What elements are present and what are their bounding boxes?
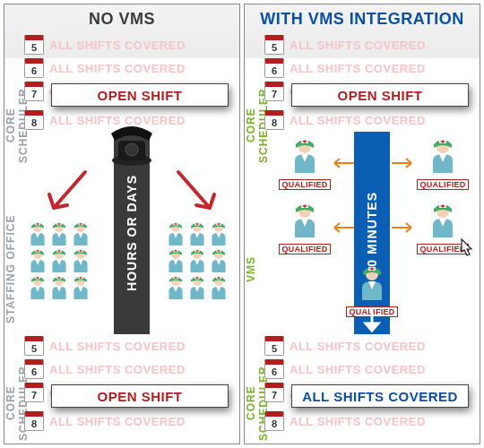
calendar-icon: 8 [264,110,284,130]
orange-arrow-icon [390,221,417,234]
qualified-label: QUALIFIED [279,179,330,190]
panel-title-left: NO VMS [4,4,239,33]
qualified-candidate: QUALIFIED [273,139,336,191]
all-shifts-covered-callout: ALL SHIFTS COVERED [291,384,469,408]
nurse-icon [428,203,457,237]
nurse-icon [428,139,457,173]
calendar-icon: 6 [24,58,44,78]
white-down-arrow-icon [363,311,381,332]
schedule-row: 8ALL SHIFTS COVERED [24,409,234,433]
open-shift-callout: OPEN SHIFT [51,384,229,408]
schedule-row: 6ALL SHIFTS COVERED [264,56,474,80]
calendar-icon: 8 [264,411,284,431]
calendar-icon: 6 [24,359,44,379]
calendar-icon: 5 [24,35,44,55]
red-arrow-icon [40,168,94,221]
nurse-icon [71,248,91,273]
schedule-row: 8ALL SHIFTS COVERED [264,108,474,132]
row-text: ALL SHIFTS COVERED [290,114,426,127]
phone-icon [108,125,156,168]
calendar-icon: 5 [264,336,284,356]
right-rows-bot: 5ALL SHIFTS COVERED 6ALL SHIFTS COVERED … [264,334,474,433]
qualified-candidate: QUALIFIED [411,139,474,191]
nurse-icon [49,221,69,246]
side-label-vms: VMS [245,202,257,336]
calendar-icon: 7 [264,82,284,101]
pillar-label: 10 MINUTES [365,192,379,274]
nurse-icon [71,221,91,246]
row-text: ALL SHIFTS COVERED [49,415,186,428]
nurse-icon [71,275,91,300]
calendar-icon: 7 [264,383,284,402]
cursor-icon [456,237,476,261]
nurse-icon [28,248,48,273]
nurse-icon [166,221,186,246]
nurse-icon [49,248,69,273]
qualified-label: QUALIFIED [417,179,468,190]
schedule-row: 5ALL SHIFTS COVERED [264,33,474,56]
schedule-row: 6ALL SHIFTS COVERED [264,358,474,381]
nurse-icon [28,275,48,300]
nurse-icon [187,248,207,273]
calendar-icon: 5 [24,336,44,356]
row-text: ALL SHIFTS COVERED [49,39,186,52]
row-text: ALL SHIFTS COVERED [290,415,426,428]
nurse-group-left [28,221,98,300]
diagram-stage: NO VMS CORE SCHEDULER STAFFING OFFICE CO… [0,0,484,448]
schedule-row: 5ALL SHIFTS COVERED [24,334,234,358]
row-text: ALL SHIFTS COVERED [290,62,426,75]
orange-arrow-icon [329,157,356,169]
red-arrow-icon [169,168,223,221]
row-text: ALL SHIFTS COVERED [49,363,186,376]
schedule-row: 6ALL SHIFTS COVERED [24,358,234,381]
row-text: ALL SHIFTS COVERED [49,62,186,75]
left-rows-bot: 5ALL SHIFTS COVERED 6ALL SHIFTS COVERED … [24,334,234,433]
nurse-icon [358,266,386,300]
right-rows-top: 5ALL SHIFTS COVERED 6ALL SHIFTS COVERED … [264,33,474,132]
panel-no-vms: NO VMS CORE SCHEDULER STAFFING OFFICE CO… [4,4,240,444]
qualified-candidate: QUALIFIED [273,203,336,255]
nurse-icon [209,275,229,300]
row-text: ALL SHIFTS COVERED [290,363,426,376]
side-label-staffing-office: STAFFING OFFICE [4,202,17,336]
nurse-icon [290,203,319,237]
row-text: ALL SHIFTS COVERED [49,340,186,353]
schedule-row: 6ALL SHIFTS COVERED [24,56,234,80]
schedule-row: 5ALL SHIFTS COVERED [264,334,474,358]
row-text: ALL SHIFTS COVERED [290,39,426,52]
pillar-label: HOURS OR DAYS [125,175,139,291]
open-shift-callout: OPEN SHIFT [51,83,229,107]
calendar-icon: 5 [264,35,284,55]
left-rows-top: 5ALL SHIFTS COVERED 6ALL SHIFTS COVERED … [24,33,234,132]
left-mid: HOURS OR DAYS [24,132,239,334]
calendar-icon: 7 [24,383,44,402]
nurse-icon [187,221,207,246]
schedule-row: 5ALL SHIFTS COVERED [24,33,234,56]
nurse-icon [49,275,69,300]
qualified-candidate-selected[interactable]: QUALIFIED [411,203,474,255]
calendar-icon: 8 [24,411,44,431]
calendar-icon: 6 [264,58,284,78]
calendar-icon: 8 [24,110,44,130]
open-shift-callout: OPEN SHIFT [291,83,469,107]
calendar-icon: 7 [24,82,44,101]
calendar-icon: 6 [264,359,284,379]
qualified-label: QUALIFIED [279,244,330,254]
panel-title-right: WITH VMS INTEGRATION [245,4,480,33]
row-text: ALL SHIFTS COVERED [290,340,426,353]
orange-arrow-icon [390,157,417,169]
right-mid: 10 MINUTES QUALIFIED QUALIFIED QUALIFIED… [264,132,480,334]
panel-with-vms: WITH VMS INTEGRATION CORE SCHEDULER VMS … [244,4,480,444]
nurse-icon [290,139,319,173]
nurse-icon [209,248,229,273]
nurse-icon [166,275,186,300]
nurse-icon [166,248,186,273]
nurse-icon [209,221,229,246]
nurse-group-right [166,221,236,300]
orange-arrow-icon [329,221,356,234]
nurse-icon [28,221,48,246]
nurse-icon [187,275,207,300]
schedule-row: 8ALL SHIFTS COVERED [264,409,474,433]
